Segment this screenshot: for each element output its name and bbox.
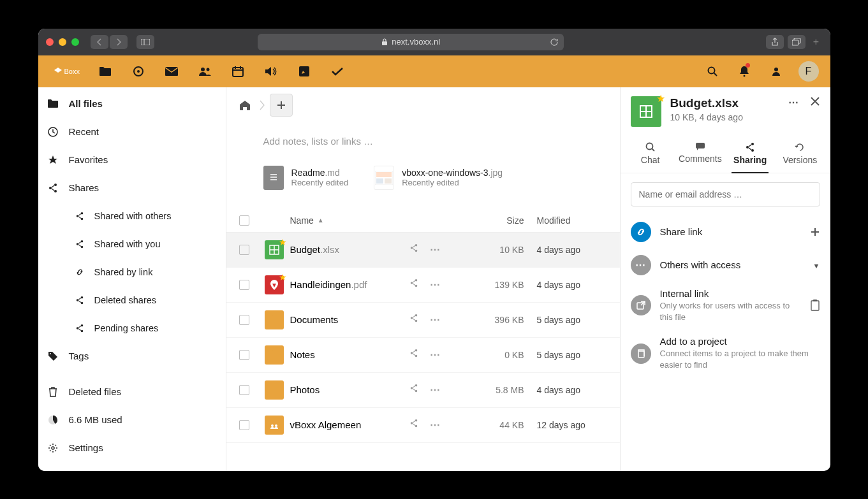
copy-icon (631, 344, 651, 364)
nav-notes-icon[interactable] (288, 55, 321, 87)
sidebar-item-shared-by-link[interactable]: Shared by link (38, 258, 226, 286)
sidebar-item-pending-shares[interactable]: Pending shares (38, 314, 226, 342)
file-row[interactable]: ★ Handleidingen.pdf ⋯ 139 KB 4 days ago (226, 268, 620, 303)
nav-activity-icon[interactable] (122, 55, 155, 87)
user-avatar[interactable]: F (798, 61, 819, 82)
nav-tasks-icon[interactable] (321, 55, 354, 87)
sidebar-toggle-button[interactable] (136, 35, 154, 49)
notifications-icon[interactable] (730, 55, 759, 87)
row-share-icon[interactable] (409, 419, 418, 431)
window-controls (46, 38, 79, 46)
nav-audio-icon[interactable] (254, 55, 288, 87)
row-share-icon[interactable] (409, 349, 418, 361)
svg-point-40 (80, 324, 83, 326)
recent-item[interactable]: vboxx-one-windows-3.jpgRecently edited (374, 166, 503, 190)
sidebar-item-shares[interactable]: Shares (38, 174, 226, 202)
maximize-window-button[interactable] (71, 38, 79, 46)
main-content: Add notes, lists or links … Readme.mdRec… (226, 87, 620, 471)
sidebar-item-tags[interactable]: Tags (38, 342, 226, 370)
tab-chat[interactable]: Chat (626, 137, 675, 173)
sidebar-item-favorites[interactable]: Favorites (38, 146, 226, 174)
file-row[interactable]: ★ Budget.xlsx ⋯ 10 KB 4 days ago (226, 233, 620, 268)
url-bar[interactable]: next.vboxx.nl (258, 34, 564, 50)
nav-contacts-icon[interactable] (188, 55, 221, 87)
row-checkbox[interactable] (239, 280, 249, 290)
row-checkbox[interactable] (239, 420, 249, 430)
nav-files-icon[interactable] (89, 55, 122, 87)
file-modified: 5 days ago (524, 350, 607, 360)
notes-input[interactable]: Add notes, lists or links … (226, 123, 620, 153)
logo[interactable]: Boxx (45, 67, 89, 76)
home-icon[interactable] (235, 96, 254, 114)
file-row[interactable]: Documents ⋯ 396 KB 5 days ago (226, 303, 620, 338)
row-checkbox[interactable] (239, 245, 249, 255)
row-share-icon[interactable] (409, 278, 418, 291)
share-option[interactable]: ⋯ Others with access ▼ (621, 249, 830, 282)
file-icon (265, 310, 290, 329)
row-more-icon[interactable]: ⋯ (430, 349, 441, 361)
file-row[interactable]: vBoxx Algemeen ⋯ 44 KB 12 days ago (226, 408, 620, 443)
row-more-icon[interactable]: ⋯ (430, 419, 441, 431)
share-search-input[interactable] (631, 182, 820, 206)
row-more-icon[interactable]: ⋯ (430, 314, 441, 326)
minimize-window-button[interactable] (59, 38, 66, 46)
svg-rect-111 (638, 351, 644, 358)
close-window-button[interactable] (46, 38, 54, 46)
tab-comments[interactable]: Comments (675, 137, 725, 173)
sidebar-item-deleted-shares[interactable]: Deleted shares (38, 286, 226, 314)
refresh-icon[interactable] (550, 38, 559, 47)
svg-point-41 (76, 327, 78, 329)
share-action-icon[interactable] (810, 300, 820, 311)
svg-line-64 (413, 246, 415, 248)
share-browser-button[interactable] (766, 35, 784, 49)
sidebar-item-deleted-files[interactable]: Deleted files (38, 378, 226, 406)
svg-point-30 (80, 240, 83, 242)
share-option[interactable]: Add to a projectConnect items to a proje… (621, 329, 830, 377)
row-more-icon[interactable]: ⋯ (430, 384, 441, 396)
select-all-checkbox[interactable] (239, 215, 249, 226)
more-actions-icon[interactable]: ⋯ (788, 96, 800, 108)
column-size-header[interactable]: Size (467, 215, 524, 226)
svg-line-43 (78, 326, 81, 328)
share-action-icon[interactable]: ▼ (813, 258, 820, 271)
file-row[interactable]: Notes ⋯ 0 KB 5 days ago (226, 338, 620, 373)
row-checkbox[interactable] (239, 350, 249, 360)
row-more-icon[interactable]: ⋯ (430, 243, 441, 256)
share-option[interactable]: Share link (621, 215, 830, 249)
forward-button[interactable] (110, 35, 128, 49)
row-share-icon[interactable] (409, 384, 418, 396)
new-tab-button[interactable]: + (809, 35, 822, 49)
sidebar-item-all-files[interactable]: All files (38, 90, 226, 118)
sidebar-item-settings[interactable]: Settings (38, 434, 226, 462)
app-topbar: Boxx F (38, 55, 830, 87)
file-row[interactable]: Photos ⋯ 5.8 MB 4 days ago (226, 373, 620, 408)
row-share-icon[interactable] (409, 314, 418, 326)
column-modified-header[interactable]: Modified (524, 215, 607, 226)
file-icon: ★ (265, 275, 290, 294)
back-button[interactable] (91, 35, 108, 49)
sidebar-item-shared-with-you[interactable]: Shared with you (38, 230, 226, 258)
search-icon[interactable] (698, 55, 727, 87)
recent-item[interactable]: Readme.mdRecently edited (263, 166, 349, 190)
share-option[interactable]: Internal linkOnly works for users with a… (621, 282, 830, 329)
details-title: Budget.xlsx (670, 96, 779, 110)
details-subtitle: 10 KB, 4 days ago (670, 112, 779, 122)
share-action-icon[interactable] (810, 227, 820, 237)
row-checkbox[interactable] (239, 385, 249, 395)
tabs-button[interactable] (788, 35, 805, 49)
nav-calendar-icon[interactable] (221, 55, 254, 87)
column-name-header[interactable]: Name▲ (265, 215, 409, 226)
close-details-icon[interactable] (810, 96, 820, 108)
tab-versions[interactable]: Versions (775, 137, 825, 173)
row-more-icon[interactable]: ⋯ (430, 278, 441, 291)
contacts-menu-icon[interactable] (761, 55, 791, 87)
row-checkbox[interactable] (239, 315, 249, 325)
sidebar-item-recent[interactable]: Recent (38, 118, 226, 146)
sidebar-item-shared-with-others[interactable]: Shared with others (38, 202, 226, 230)
row-share-icon[interactable] (409, 243, 418, 256)
file-size: 139 KB (467, 280, 524, 290)
add-button[interactable] (270, 94, 293, 117)
comment-icon (675, 142, 725, 151)
nav-mail-icon[interactable] (155, 55, 188, 87)
tab-sharing[interactable]: Sharing (725, 137, 775, 173)
